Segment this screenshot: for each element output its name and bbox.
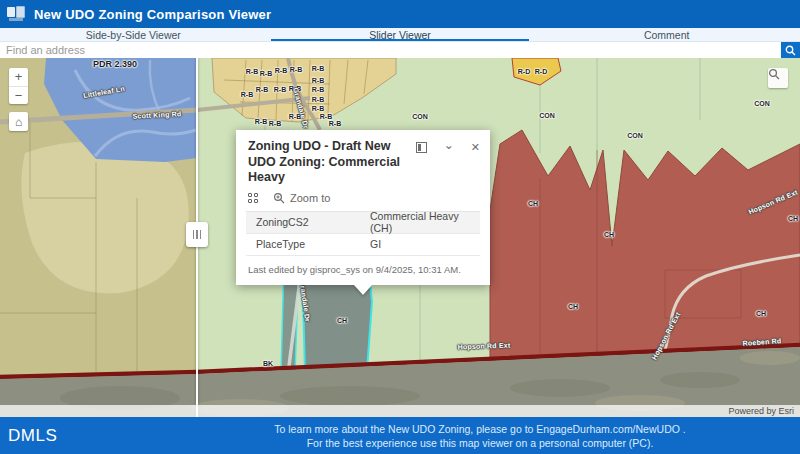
app-title: New UDO Zoning Comparison Viewer: [34, 7, 271, 22]
brand-text: DMLS: [8, 426, 57, 446]
zoom-to-label: Zoom to: [290, 192, 330, 204]
tab-comment[interactable]: Comment: [533, 28, 800, 41]
zoom-to-button[interactable]: Zoom to: [273, 192, 330, 204]
table-row: PlaceType GI: [246, 234, 480, 256]
search-input[interactable]: [0, 42, 781, 58]
chevron-down-icon[interactable]: ⌄: [444, 140, 454, 151]
map-attribution: Powered by Esri: [0, 405, 800, 417]
tab-slider-viewer[interactable]: Slider Viewer: [267, 28, 534, 41]
field-value: Commercial Heavy (CH): [366, 210, 480, 234]
dock-popup-icon[interactable]: [416, 142, 427, 153]
zoom-out-button[interactable]: −: [9, 87, 28, 105]
zoning-viewer-app: New UDO Zoning Comparison Viewer Side-by…: [0, 0, 800, 454]
home-extent-button[interactable]: ⌂: [9, 112, 28, 131]
search-icon: [785, 45, 796, 56]
table-row: ZoningCS2 Commercial Heavy (CH): [246, 212, 480, 234]
search-button[interactable]: [781, 42, 800, 58]
last-edited-note: Last edited by gisproc_sys on 9/4/2025, …: [248, 264, 478, 275]
viewer-tabs: Side-by-Side Viewer Slider Viewer Commen…: [0, 28, 800, 42]
footer-line1: To learn more about the New UDO Zoning, …: [180, 422, 780, 436]
field-name: ZoningCS2: [246, 216, 366, 228]
actions-grid-icon[interactable]: [248, 193, 258, 203]
zoom-control: + −: [9, 68, 28, 104]
attribute-table: ZoningCS2 Commercial Heavy (CH) PlaceTyp…: [246, 211, 480, 256]
footer-line2: For the best experience use this map vie…: [180, 436, 780, 450]
field-name: PlaceType: [246, 238, 366, 250]
zoom-to-magnifier-icon: [273, 192, 285, 204]
popup-title: Zoning UDO - Draft New UDO Zoning: Comme…: [248, 139, 420, 186]
footer-message: To learn more about the New UDO Zoning, …: [180, 422, 780, 450]
feature-popup: ⌄ ✕ Zoning UDO - Draft New UDO Zoning: C…: [236, 130, 490, 285]
zoom-in-button[interactable]: +: [9, 68, 28, 87]
close-icon[interactable]: ✕: [471, 142, 480, 153]
search-icon: [768, 68, 780, 80]
app-footer: DMLS To learn more about the New UDO Zon…: [0, 417, 800, 454]
map-search-button[interactable]: [768, 68, 788, 88]
field-value: GI: [366, 238, 480, 250]
address-search-bar: [0, 42, 800, 58]
drag-handle-icon: [193, 230, 195, 239]
durham-planning-logo-icon: [7, 6, 25, 22]
popup-pointer: [354, 285, 372, 295]
tab-side-by-side-viewer[interactable]: Side-by-Side Viewer: [0, 28, 267, 41]
app-header: New UDO Zoning Comparison Viewer: [0, 0, 800, 28]
slider-handle[interactable]: [186, 222, 208, 247]
